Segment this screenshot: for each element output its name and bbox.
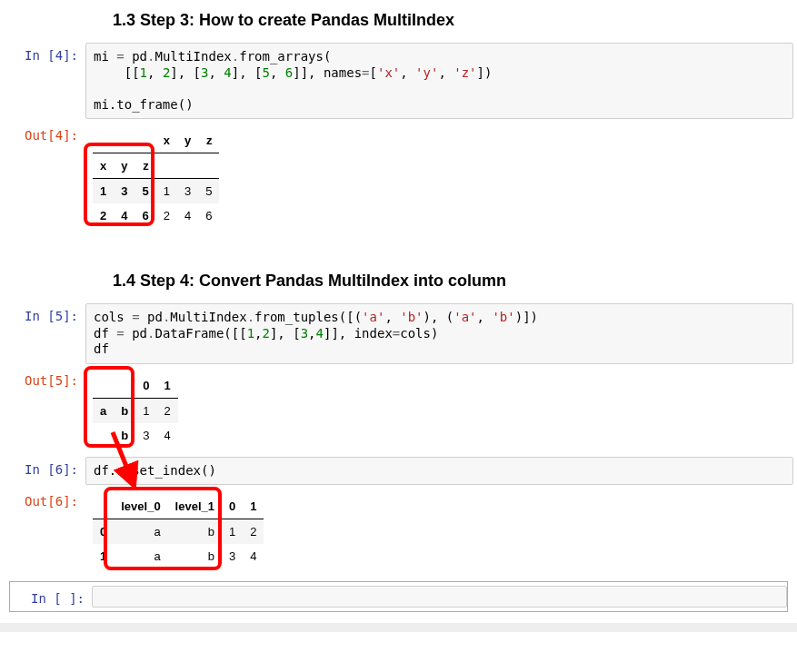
footer-strip — [0, 623, 797, 632]
output-5: 0 1 a b 1 2 b 3 4 — [85, 368, 793, 453]
out5-col0: 0 — [135, 373, 156, 399]
code-input-6[interactable]: df.reset_index() — [85, 457, 793, 486]
heading-step4: 1.4 Step 4: Convert Pandas MultiIndex in… — [4, 261, 793, 301]
cell-out-4: Out[4]: x y z x y z — [4, 121, 793, 235]
cell-out-6: Out[6]: level_0 level_1 0 1 0 a — [4, 487, 793, 576]
code-input-4[interactable]: mi = pd.MultiIndex.from_arrays( [[1, 2],… — [85, 43, 793, 119]
code-input-5[interactable]: cols = pd.MultiIndex.from_tuples([('a', … — [85, 303, 793, 364]
output-6: level_0 level_1 0 1 0 a b 1 2 — [85, 489, 793, 574]
out6-col-l0: level_0 — [114, 494, 167, 519]
cell-in-6: In [6]: df.reset_index() — [4, 455, 793, 488]
out4-col-z: z — [198, 128, 219, 153]
in-prompt-4: In [4]: — [4, 43, 85, 119]
out4-idx-x: x — [93, 153, 114, 179]
out5-col1: 1 — [156, 373, 177, 399]
cell-in-4: In [4]: mi = pd.MultiIndex.from_arrays( … — [4, 41, 793, 121]
out6-col1: 1 — [243, 494, 264, 519]
out4-col-x: x — [156, 128, 177, 153]
out4-idx-z: z — [134, 153, 155, 179]
dataframe-out4: x y z x y z 1 3 5 — [93, 128, 219, 228]
in-prompt-5: In [5]: — [4, 303, 85, 364]
out-prompt-6: Out[6]: — [4, 489, 85, 574]
out-prompt-4: Out[4]: — [4, 123, 85, 233]
in-prompt-empty: In [ ]: — [10, 586, 92, 608]
out6-col-l1: level_1 — [168, 494, 222, 519]
out4-idx-y: y — [114, 153, 134, 179]
out4-col-y: y — [177, 128, 198, 153]
out-prompt-5: Out[5]: — [4, 368, 85, 453]
notebook: 1.3 Step 3: How to create Pandas MultiIn… — [0, 0, 797, 612]
heading-step3: 1.3 Step 3: How to create Pandas MultiIn… — [4, 0, 793, 41]
output-4: x y z x y z 1 3 5 — [85, 123, 793, 233]
cell-in-5: In [5]: cols = pd.MultiIndex.from_tuples… — [4, 301, 793, 366]
in-prompt-6: In [6]: — [4, 457, 85, 486]
dataframe-out5: 0 1 a b 1 2 b 3 4 — [93, 373, 178, 448]
code-input-empty[interactable] — [92, 586, 787, 608]
cell-empty[interactable]: In [ ]: — [9, 581, 788, 612]
cell-out-5: Out[5]: 0 1 a b 1 2 — [4, 366, 793, 455]
out6-col0: 0 — [222, 494, 243, 519]
dataframe-out6: level_0 level_1 0 1 0 a b 1 2 — [93, 494, 264, 568]
